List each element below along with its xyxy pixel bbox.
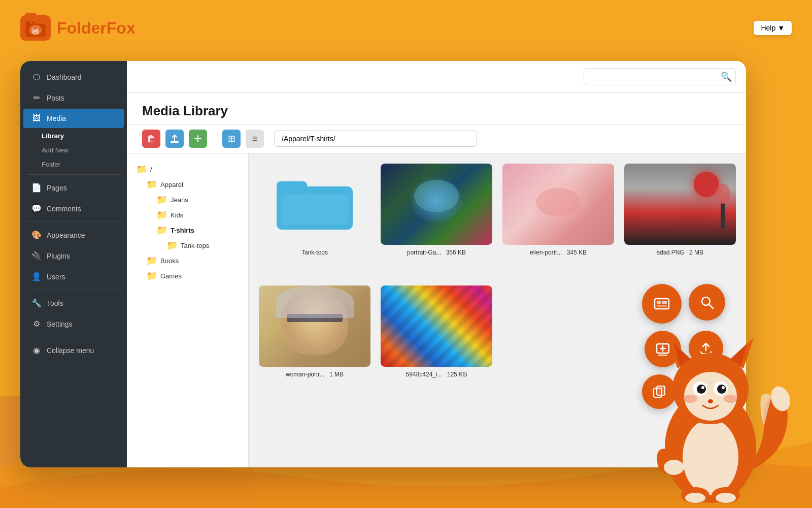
- svg-rect-14: [277, 181, 307, 193]
- sidebar-subitem-add-new[interactable]: Add New: [33, 143, 124, 157]
- tree-item-jeans[interactable]: 📁 Jeans: [152, 192, 243, 207]
- fox-illustration: [629, 295, 792, 508]
- svg-point-6: [38, 28, 39, 29]
- sidebar-subitem-folder[interactable]: Folder: [33, 157, 124, 171]
- upload-button[interactable]: [165, 130, 184, 148]
- media-thumb-woman: [259, 285, 370, 367]
- media-label-portrait-ga: portrait-Ga... 356 KB: [407, 249, 466, 256]
- folder-svg: [277, 175, 353, 234]
- media-thumb-elien: [502, 164, 614, 245]
- sidebar-item-comments[interactable]: 💬 Comments: [23, 199, 124, 218]
- sidebar-item-label: Settings: [47, 320, 73, 328]
- tree-root[interactable]: 📁 /: [132, 162, 243, 177]
- page-title: Media Library: [127, 93, 746, 124]
- search-input[interactable]: [584, 68, 736, 85]
- media-item-elien-port[interactable]: elien-portr... 345 KB: [502, 164, 614, 275]
- tank-tops-folder-icon: 📁: [166, 240, 178, 251]
- sidebar-divider-2: [26, 221, 121, 222]
- tree-item-label: T-shirts: [171, 227, 194, 234]
- tshirts-folder-icon: 📁: [156, 225, 167, 236]
- tree-item-label: Books: [160, 257, 179, 265]
- sidebar-item-collapse[interactable]: ◉ Collapse menu: [23, 340, 124, 360]
- media-label-woman: woman-portr... 1 MB: [286, 371, 344, 378]
- tree-item-label: Games: [160, 272, 182, 280]
- add-button[interactable]: [189, 130, 207, 148]
- media-item-sdsd[interactable]: sdsd.PNG 2 MB: [624, 164, 736, 275]
- svg-point-38: [697, 385, 706, 394]
- pages-icon: 📄: [31, 183, 42, 193]
- svg-point-29: [683, 419, 738, 495]
- media-submenu: Library Add New Folder: [20, 129, 127, 171]
- sidebar-item-label: Users: [47, 273, 65, 281]
- media-item-abstract[interactable]: 5948c424_i... 125 KB: [381, 285, 492, 397]
- svg-rect-12: [194, 138, 201, 139]
- tree-item-kids[interactable]: 📁 Kids: [152, 207, 243, 223]
- tree-item-tank-tops[interactable]: 📁 Tank-tops: [162, 238, 243, 253]
- comments-icon: 💬: [31, 204, 42, 213]
- svg-point-5: [32, 28, 33, 29]
- help-button[interactable]: Help ▼: [754, 21, 792, 35]
- appearance-icon: 🎨: [31, 230, 42, 240]
- tree-item-books[interactable]: 📁 Books: [142, 253, 243, 268]
- sidebar-item-tools[interactable]: 🔧 Tools: [23, 293, 124, 313]
- file-tree: 📁 / 📁 Apparel 📁 Jeans 📁: [127, 153, 249, 467]
- settings-icon: ⚙: [31, 319, 42, 329]
- logo-text: FolderFox: [57, 19, 136, 38]
- sidebar-item-label: Posts: [47, 94, 64, 102]
- sidebar-item-label: Dashboard: [47, 73, 82, 81]
- tree-item-games[interactable]: 📁 Games: [142, 268, 243, 283]
- media-item-woman[interactable]: woman-portr... 1 MB: [259, 285, 370, 397]
- sidebar-item-label: Collapse menu: [47, 346, 94, 355]
- plugins-icon: 🔌: [31, 251, 42, 261]
- list-view-button[interactable]: ≡: [246, 130, 264, 148]
- svg-point-43: [724, 395, 738, 403]
- logo-area: FolderFox: [20, 15, 136, 41]
- jeans-folder-icon: 📁: [156, 194, 167, 205]
- sidebar-item-plugins[interactable]: 🔌 Plugins: [23, 246, 124, 266]
- dashboard-icon: ⬡: [31, 72, 42, 82]
- sidebar-item-settings[interactable]: ⚙ Settings: [23, 314, 124, 334]
- apparel-folder-icon: 📁: [146, 179, 157, 190]
- tree-children: 📁 Apparel 📁 Jeans 📁 Kids 📁: [132, 177, 243, 283]
- sidebar-item-dashboard[interactable]: ⬡ Dashboard: [23, 67, 124, 87]
- sidebar-item-posts[interactable]: ✏ Posts: [23, 88, 124, 108]
- toolbar: 🗑 ⊞ ≡: [127, 124, 746, 153]
- svg-point-39: [717, 385, 726, 394]
- search-button[interactable]: 🔍: [721, 71, 732, 82]
- sidebar-item-pages[interactable]: 📄 Pages: [23, 178, 124, 198]
- delete-button[interactable]: 🗑: [142, 130, 160, 148]
- sidebar-item-users[interactable]: 👤 Users: [23, 267, 124, 287]
- tree-item-tshirts[interactable]: 📁 T-shirts: [152, 223, 243, 238]
- kids-folder-icon: 📁: [156, 209, 167, 220]
- media-item-portrait-ga[interactable]: portrait-Ga... 356 KB: [381, 164, 492, 275]
- sidebar-item-label: Appearance: [47, 231, 85, 239]
- media-thumb-folder: [259, 164, 370, 245]
- games-folder-icon: 📁: [146, 270, 157, 281]
- sidebar-item-label: Plugins: [47, 252, 70, 260]
- root-folder-icon: 📁: [136, 164, 147, 175]
- sidebar-item-media[interactable]: 🖼 Media: [23, 109, 124, 128]
- tree-item-apparel[interactable]: 📁 Apparel: [142, 177, 243, 192]
- sidebar-item-appearance[interactable]: 🎨 Appearance: [23, 225, 124, 245]
- tree-tshirts-children: 📁 Tank-tops: [152, 238, 243, 253]
- sidebar: ⬡ Dashboard ✏ Posts 🖼 Media Library Add …: [20, 61, 127, 467]
- svg-point-48: [685, 493, 705, 503]
- sidebar-subitem-library[interactable]: Library: [33, 129, 124, 143]
- logo-suffix: Fox: [107, 19, 136, 37]
- svg-point-41: [722, 386, 725, 389]
- svg-point-42: [683, 395, 697, 403]
- tree-item-label: Apparel: [160, 181, 183, 188]
- media-label-sdsd: sdsd.PNG 2 MB: [657, 249, 703, 256]
- top-bar: FolderFox Help ▼: [0, 0, 812, 56]
- search-wrap: 🔍: [584, 68, 736, 85]
- svg-point-49: [716, 493, 736, 503]
- logo-icon: [20, 15, 51, 41]
- users-icon: 👤: [31, 272, 42, 281]
- media-thumb-sdsd: [624, 164, 736, 245]
- media-item-tank-tops[interactable]: Tank-tops: [259, 164, 370, 275]
- grid-view-button[interactable]: ⊞: [222, 130, 241, 148]
- breadcrumb-input[interactable]: [274, 131, 477, 147]
- posts-icon: ✏: [31, 93, 42, 103]
- svg-point-50: [664, 460, 684, 475]
- tree-item-label: Tank-tops: [181, 242, 209, 249]
